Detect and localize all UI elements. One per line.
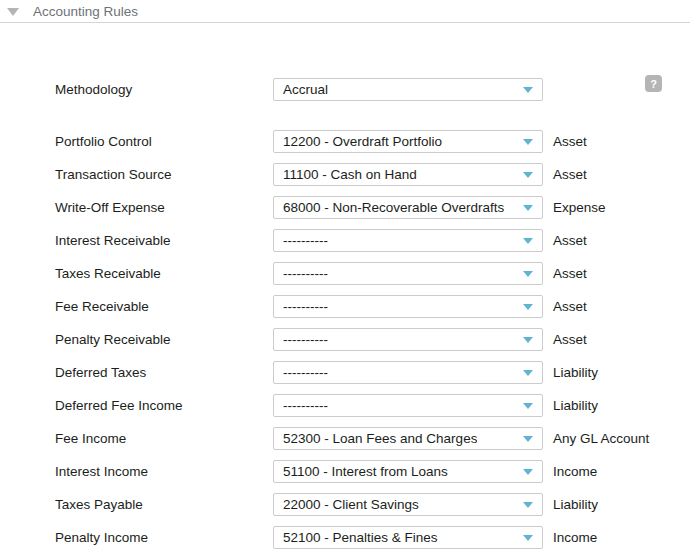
- chevron-down-icon: [523, 87, 533, 93]
- form-row-taxes-payable: Taxes Payable 22000 - Client Savings Lia…: [0, 493, 696, 516]
- section-title: Accounting Rules: [33, 4, 138, 19]
- field-label: Deferred Fee Income: [55, 398, 273, 413]
- form-row-fee-receivable: Fee Receivable ---------- Asset: [0, 295, 696, 318]
- chevron-down-icon: [523, 172, 533, 178]
- accounting-rules-section: Accounting Rules Methodology Accrual ? P…: [0, 0, 696, 559]
- field-label: Fee Income: [55, 431, 273, 446]
- taxes-receivable-dropdown[interactable]: ----------: [273, 262, 543, 285]
- interest-income-dropdown[interactable]: 51100 - Interest from Loans: [273, 460, 543, 483]
- account-type-label: Asset: [553, 233, 587, 248]
- chevron-down-icon: [523, 403, 533, 409]
- dropdown-value: 51100 - Interest from Loans: [283, 464, 448, 479]
- chevron-down-icon: [523, 304, 533, 310]
- form-row-portfolio-control: Portfolio Control 12200 - Overdraft Port…: [0, 130, 696, 153]
- dropdown-value: ----------: [283, 398, 328, 413]
- section-header: Accounting Rules: [0, 0, 690, 23]
- chevron-down-icon: [523, 535, 533, 541]
- account-type-label: Asset: [553, 167, 587, 182]
- field-label: Fee Receivable: [55, 299, 273, 314]
- chevron-down-icon: [523, 238, 533, 244]
- penalty-receivable-dropdown[interactable]: ----------: [273, 328, 543, 351]
- form-row-deferred-fee-income: Deferred Fee Income ---------- Liability: [0, 394, 696, 417]
- dropdown-value: 11100 - Cash on Hand: [283, 167, 417, 182]
- account-type-label: Asset: [553, 266, 587, 281]
- taxes-payable-dropdown[interactable]: 22000 - Client Savings: [273, 493, 543, 516]
- help-icon[interactable]: ?: [645, 75, 662, 92]
- chevron-down-icon: [523, 205, 533, 211]
- dropdown-value: Accrual: [283, 82, 328, 97]
- deferred-taxes-dropdown[interactable]: ----------: [273, 361, 543, 384]
- interest-receivable-dropdown[interactable]: ----------: [273, 229, 543, 252]
- dropdown-value: ----------: [283, 266, 328, 281]
- form-row-interest-income: Interest Income 51100 - Interest from Lo…: [0, 460, 696, 483]
- field-label: Taxes Payable: [55, 497, 273, 512]
- dropdown-value: 12200 - Overdraft Portfolio: [283, 134, 442, 149]
- chevron-down-icon: [523, 337, 533, 343]
- transaction-source-dropdown[interactable]: 11100 - Cash on Hand: [273, 163, 543, 186]
- fee-receivable-dropdown[interactable]: ----------: [273, 295, 543, 318]
- form-row-penalty-income: Penalty Income 52100 - Penalties & Fines…: [0, 526, 696, 549]
- account-type-label: Asset: [553, 299, 587, 314]
- form-row-transaction-source: Transaction Source 11100 - Cash on Hand …: [0, 163, 696, 186]
- write-off-expense-dropdown[interactable]: 68000 - Non-Recoverable Overdrafts: [273, 196, 543, 219]
- field-label: Interest Receivable: [55, 233, 273, 248]
- chevron-down-icon: [523, 139, 533, 145]
- account-type-label: Liability: [553, 497, 598, 512]
- form-row-fee-income: Fee Income 52300 - Loan Fees and Charges…: [0, 427, 696, 450]
- account-type-label: Income: [553, 464, 597, 479]
- field-label: Transaction Source: [55, 167, 273, 182]
- chevron-down-icon: [523, 436, 533, 442]
- account-type-label: Liability: [553, 398, 598, 413]
- form-row-methodology: Methodology Accrual ?: [0, 78, 696, 101]
- dropdown-value: 68000 - Non-Recoverable Overdrafts: [283, 200, 504, 215]
- methodology-dropdown[interactable]: Accrual: [273, 78, 543, 101]
- form-row-penalty-receivable: Penalty Receivable ---------- Asset: [0, 328, 696, 351]
- account-type-label: Liability: [553, 365, 598, 380]
- portfolio-control-dropdown[interactable]: 12200 - Overdraft Portfolio: [273, 130, 543, 153]
- field-label: Penalty Receivable: [55, 332, 273, 347]
- dropdown-value: ----------: [283, 365, 328, 380]
- dropdown-value: 22000 - Client Savings: [283, 497, 419, 512]
- field-label: Portfolio Control: [55, 134, 273, 149]
- form-row-deferred-taxes: Deferred Taxes ---------- Liability: [0, 361, 696, 384]
- accounting-rules-form: Methodology Accrual ? Portfolio Control …: [0, 23, 696, 549]
- form-row-taxes-receivable: Taxes Receivable ---------- Asset: [0, 262, 696, 285]
- form-row-write-off-expense: Write-Off Expense 68000 - Non-Recoverabl…: [0, 196, 696, 219]
- deferred-fee-income-dropdown[interactable]: ----------: [273, 394, 543, 417]
- field-label: Deferred Taxes: [55, 365, 273, 380]
- chevron-down-icon: [523, 370, 533, 376]
- account-type-label: Asset: [553, 332, 587, 347]
- chevron-down-icon: [523, 502, 533, 508]
- dropdown-value: ----------: [283, 233, 328, 248]
- dropdown-value: 52300 - Loan Fees and Charges: [283, 431, 477, 446]
- collapse-triangle-icon[interactable]: [7, 8, 19, 16]
- account-type-label: Expense: [553, 200, 606, 215]
- field-label: Penalty Income: [55, 530, 273, 545]
- field-label: Taxes Receivable: [55, 266, 273, 281]
- chevron-down-icon: [523, 469, 533, 475]
- account-type-label: Asset: [553, 134, 587, 149]
- account-type-label: Income: [553, 530, 597, 545]
- dropdown-value: ----------: [283, 332, 328, 347]
- field-label: Methodology: [55, 82, 273, 97]
- field-label: Interest Income: [55, 464, 273, 479]
- form-row-interest-receivable: Interest Receivable ---------- Asset: [0, 229, 696, 252]
- chevron-down-icon: [523, 271, 533, 277]
- penalty-income-dropdown[interactable]: 52100 - Penalties & Fines: [273, 526, 543, 549]
- account-type-label: Any GL Account: [553, 431, 649, 446]
- dropdown-value: ----------: [283, 299, 328, 314]
- dropdown-value: 52100 - Penalties & Fines: [283, 530, 438, 545]
- field-label: Write-Off Expense: [55, 200, 273, 215]
- fee-income-dropdown[interactable]: 52300 - Loan Fees and Charges: [273, 427, 543, 450]
